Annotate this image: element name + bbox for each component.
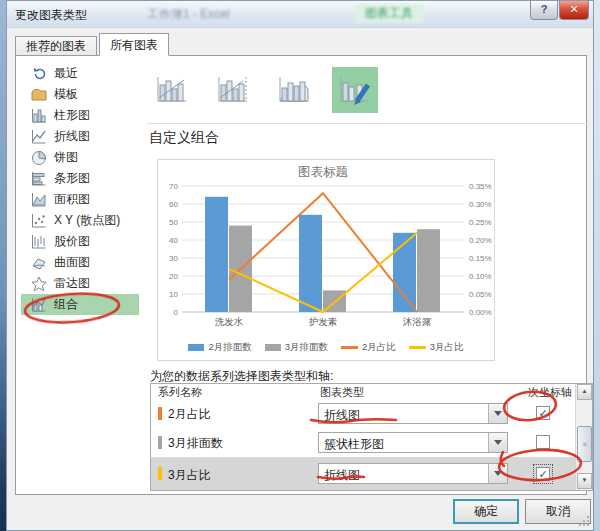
svg-text:图表标题: 图表标题 [298,165,348,179]
legend-label: 3月占比 [430,341,464,354]
secondary-axis-checkbox[interactable]: ✓ [536,467,550,481]
sidebar-item-surface-chart[interactable]: 曲面图 [21,252,139,273]
svg-text:0.20%: 0.20% [469,236,492,245]
dialog-frame: 更改图表类型 工作簿1 - Excel 图表工具 ? ✕ 推荐的图表所有图表 最… [6,0,594,531]
dropdown-arrow-icon[interactable] [488,433,507,452]
sidebar-item-bar-chart[interactable]: 条形图 [21,168,139,189]
sidebar-item-stock-chart[interactable]: 股价图 [21,231,139,252]
sidebar-item-column-chart[interactable]: 柱形图 [21,105,139,126]
scrollbar-up-icon[interactable]: ▲ [577,384,592,400]
sidebar-item-label: 模板 [54,86,78,103]
variant-tile-3[interactable] [271,67,317,113]
recent-icon [31,66,47,82]
sidebar-item-radar-chart[interactable]: 雷达图 [21,273,139,294]
sidebar-item-line-chart[interactable]: 折线图 [21,126,139,147]
legend-label: 2月占比 [362,341,396,354]
series-row-2[interactable]: 3月排面数簇状柱形图 [151,427,576,457]
series-row-1[interactable]: 2月占比折线图✓ [151,399,576,427]
sidebar-item-pie-chart[interactable]: 饼图 [21,147,139,168]
series-name: 2月占比 [168,406,211,423]
scatter-chart-icon [31,213,47,229]
sidebar-item-label: 曲面图 [54,254,90,271]
dialog-tabs: 推荐的图表所有图表 [15,33,171,56]
svg-text:20: 20 [169,272,178,281]
combo-chart-icon [31,297,47,313]
background-chart-tools-tab: 图表工具 [355,4,423,23]
chart-type-dropdown[interactable]: 折线图 [318,403,508,424]
column-header-secondary-axis: 次坐标轴 [528,385,572,400]
combo-column-line-secondary-axis-icon [215,74,251,106]
gallery-divider [147,123,589,124]
sidebar-item-template-folder[interactable]: 模板 [21,84,139,105]
combo-clustered-column-line-icon [154,74,190,106]
svg-text:0.35%: 0.35% [469,182,492,191]
sidebar-item-label: X Y (散点图) [54,212,120,229]
sidebar-item-combo-chart[interactable]: 组合 [21,294,139,315]
sidebar-item-label: 最近 [54,65,78,82]
series-table: 系列名称 图表类型 次坐标轴 2月占比折线图✓3月排面数簇状柱形图3月占比折线图… [150,383,593,491]
template-folder-icon [31,87,47,103]
chart-type-value: 折线图 [324,407,360,424]
combo-chart-plot: 0102030405060700.00%0.05%0.10%0.15%0.20%… [158,160,496,335]
sidebar-item-label: 股价图 [54,233,90,250]
ok-button[interactable]: 确定 [453,499,519,524]
legend-label: 2月排面数 [208,341,251,354]
svg-text:60: 60 [169,200,178,209]
sidebar-item-label: 组合 [54,296,78,313]
svg-text:40: 40 [169,236,178,245]
radar-chart-icon [31,276,47,292]
svg-text:0.30%: 0.30% [469,200,492,209]
svg-text:沐浴露: 沐浴露 [403,316,432,327]
series-name: 3月占比 [168,467,211,484]
surface-chart-icon [31,255,47,271]
legend-label: 3月排面数 [285,341,328,354]
variant-tile-2[interactable] [210,67,256,113]
secondary-axis-checkbox[interactable]: ✓ [536,406,550,420]
sidebar-item-area-chart[interactable]: 面积图 [21,189,139,210]
chart-type-value: 簇状柱形图 [324,436,384,453]
chart-preview: 0102030405060700.00%0.05%0.10%0.15%0.20%… [157,159,495,361]
series-row-3[interactable]: 3月占比折线图✓ [151,457,576,490]
area-chart-icon [31,192,47,208]
scrollbar-thumb[interactable]: ≡ [577,426,592,462]
tab-recommended-charts[interactable]: 推荐的图表 [15,36,97,56]
scrollbar-down-icon[interactable]: ▼ [577,473,592,489]
change-chart-type-dialog: 更改图表类型 工作簿1 - Excel 图表工具 ? ✕ 推荐的图表所有图表 最… [0,0,600,531]
series-color-swatch [158,407,162,420]
svg-text:70: 70 [169,182,178,191]
svg-text:洗发水: 洗发水 [215,316,244,327]
desktop-background-right [594,0,600,531]
dialog-titlebar: 更改图表类型 工作簿1 - Excel 图表工具 ? ✕ [7,1,593,28]
legend-item: 2月占比 [341,341,396,354]
combo-custom-combination-icon [337,74,373,106]
tab-all-charts[interactable]: 所有图表 [99,33,169,56]
chart-type-sidebar: 最近模板柱形图折线图饼图条形图面积图X Y (散点图)股价图曲面图雷达图组合 [21,63,139,315]
dialog-footer: 确定 取消 [7,493,593,530]
pie-chart-icon [31,150,47,166]
resize-grip-icon[interactable] [578,515,591,528]
legend-item: 2月排面数 [188,341,251,354]
close-icon: ✕ [569,3,578,15]
sidebar-item-scatter-chart[interactable]: X Y (散点图) [21,210,139,231]
help-button[interactable]: ? [530,1,558,20]
legend-swatch [409,346,426,349]
svg-text:0.25%: 0.25% [469,218,492,227]
combo-area-clustered-column-icon [276,74,312,106]
variant-tile-4[interactable] [332,67,378,113]
help-icon: ? [541,3,548,15]
svg-text:10: 10 [169,290,178,299]
dropdown-arrow-icon[interactable] [488,464,507,483]
chart-type-dropdown[interactable]: 折线图 [318,463,508,484]
sidebar-item-label: 雷达图 [54,275,90,292]
dropdown-arrow-icon[interactable] [488,404,507,423]
line-chart-icon [31,129,47,145]
series-table-scrollbar[interactable]: ▲ ≡ ▼ [575,384,592,490]
custom-combination-heading: 自定义组合 [149,129,219,147]
close-button[interactable]: ✕ [559,1,589,20]
sidebar-item-recent[interactable]: 最近 [21,63,139,84]
svg-text:护发素: 护发素 [309,316,338,327]
secondary-axis-checkbox[interactable] [536,435,550,449]
column-header-chart-type: 图表类型 [320,385,364,400]
chart-type-dropdown[interactable]: 簇状柱形图 [318,432,508,453]
variant-tile-1[interactable] [149,67,195,113]
